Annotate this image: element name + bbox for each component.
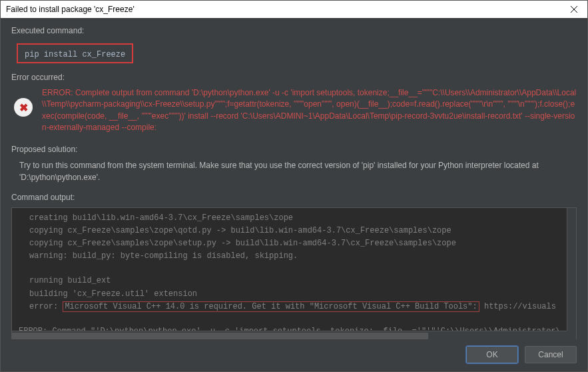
- scrollbar-horizontal[interactable]: [12, 331, 567, 339]
- executed-command-label: Executed command:: [11, 26, 577, 35]
- command-output-box: creating build\lib.win-amd64-3.7\cx_Free…: [11, 207, 577, 339]
- error-text: ERROR: Complete output from command 'D:\…: [42, 87, 577, 134]
- output-line: warning: build_py: byte-compiling is dis…: [29, 250, 573, 263]
- executed-command-box: pip install cx_Freeze: [17, 43, 133, 63]
- error-row: ✖ ERROR: Complete output from command 'D…: [14, 87, 577, 134]
- error-occurred-label: Error occurred:: [11, 73, 577, 82]
- scrollbar-thumb[interactable]: [12, 333, 428, 339]
- close-icon: [571, 6, 577, 13]
- dialog-window: Failed to install package 'cx_Freeze' Ex…: [0, 0, 588, 372]
- output-line: creating build\lib.win-amd64-3.7\cx_Free…: [29, 212, 573, 225]
- proposed-solution-text: Try to run this command from the system …: [19, 159, 577, 183]
- titlebar: Failed to install package 'cx_Freeze': [1, 1, 587, 18]
- output-line: copying cx_Freeze\samples\zope\setup.py …: [29, 237, 573, 250]
- button-row: OK Cancel: [1, 339, 587, 371]
- cancel-button[interactable]: Cancel: [525, 346, 577, 363]
- error-highlight: Microsoft Visual C++ 14.0 is required. G…: [63, 301, 479, 312]
- dialog-content: Executed command: pip install cx_Freeze …: [1, 18, 587, 339]
- output-line-error: error: Microsoft Visual C++ 14.0 is requ…: [29, 301, 573, 313]
- command-output-label: Command output:: [11, 193, 577, 202]
- output-line: running build_ext: [29, 275, 573, 287]
- output-line: building 'cx_Freeze.util' extension: [29, 288, 573, 301]
- scrollbar-vertical[interactable]: [567, 208, 576, 331]
- ok-button[interactable]: OK: [466, 346, 518, 363]
- proposed-solution-label: Proposed solution:: [11, 145, 577, 154]
- output-line: copying cx_Freeze\samples\zope\qotd.py -…: [29, 225, 573, 237]
- error-icon: ✖: [14, 98, 33, 117]
- executed-command-text: pip install cx_Freeze: [25, 50, 125, 59]
- window-title: Failed to install package 'cx_Freeze': [6, 5, 135, 14]
- close-button[interactable]: [561, 1, 587, 18]
